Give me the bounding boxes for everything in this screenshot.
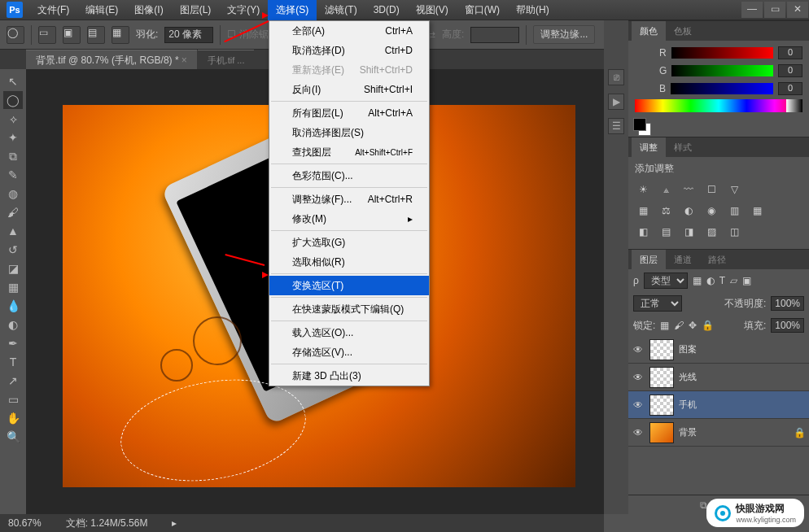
- menu-all-layers[interactable]: 所有图层(L)Alt+Ctrl+A: [269, 103, 429, 123]
- doc-tab-active[interactable]: 背景.tif @ 80.7% (手机, RGB/8) * ×: [26, 50, 197, 69]
- adj-poster-icon[interactable]: ▤: [658, 226, 674, 241]
- tab-layers[interactable]: 图层: [632, 250, 666, 269]
- menu-select[interactable]: 选择(S): [268, 0, 317, 20]
- menu-quick-mask[interactable]: 在快速蒙版模式下编辑(Q): [269, 299, 429, 319]
- menu-3d[interactable]: 3D(D): [365, 0, 408, 20]
- eraser-tool-icon[interactable]: ◪: [3, 259, 23, 277]
- eyedropper-tool-icon[interactable]: ✎: [3, 166, 23, 184]
- visibility-icon[interactable]: 👁: [632, 399, 645, 411]
- tab-styles[interactable]: 样式: [666, 137, 700, 157]
- feather-input[interactable]: [164, 27, 213, 43]
- color-spectrum[interactable]: [635, 99, 802, 112]
- adj-vibrance-icon[interactable]: ▽: [726, 184, 742, 198]
- tab-channels[interactable]: 通道: [666, 250, 700, 269]
- adj-balance-icon[interactable]: ⚖: [658, 205, 674, 220]
- menu-view[interactable]: 视图(V): [408, 0, 457, 20]
- adj-photo-filter-icon[interactable]: ◉: [703, 205, 719, 220]
- menu-edit[interactable]: 编辑(E): [77, 0, 126, 20]
- visibility-icon[interactable]: 👁: [632, 427, 645, 438]
- layer-row[interactable]: 👁 图案: [628, 336, 809, 364]
- menu-modify[interactable]: 修改(M)▸: [269, 209, 429, 229]
- adj-bw-icon[interactable]: ◐: [680, 205, 697, 220]
- layer-name[interactable]: 手机: [679, 399, 697, 411]
- menu-window[interactable]: 窗口(W): [457, 0, 508, 20]
- r-slider[interactable]: [671, 47, 773, 59]
- menu-new-3d-extrusion[interactable]: 新建 3D 凸出(3): [269, 366, 429, 386]
- minimize-button[interactable]: —: [741, 2, 763, 18]
- doc-tab-inactive[interactable]: 手机.tif ...: [198, 50, 255, 69]
- menu-type[interactable]: 文字(Y): [219, 0, 268, 20]
- adj-hue-icon[interactable]: ▦: [635, 205, 651, 220]
- refine-edge-button[interactable]: 调整边缘...: [533, 25, 595, 44]
- menu-transform-selection[interactable]: 变换选区(T): [269, 276, 429, 295]
- layer-thumb[interactable]: [649, 339, 674, 360]
- lasso-tool-icon[interactable]: ⟡: [3, 110, 23, 128]
- filter-smart-icon[interactable]: ▣: [742, 275, 751, 286]
- history-panel-icon[interactable]: ⎚: [608, 69, 624, 85]
- layer-name[interactable]: 背景: [679, 426, 697, 438]
- menu-deselect[interactable]: 取消选择(D)Ctrl+D: [269, 41, 429, 60]
- selection-add-icon[interactable]: ▣: [63, 26, 81, 44]
- blend-mode-select[interactable]: 正常: [633, 295, 682, 312]
- tab-paths[interactable]: 路径: [700, 250, 734, 269]
- visibility-icon[interactable]: 👁: [632, 372, 645, 383]
- menu-image[interactable]: 图像(I): [126, 0, 171, 20]
- properties-panel-icon[interactable]: ☰: [608, 118, 624, 134]
- adj-lookup-icon[interactable]: ▦: [749, 205, 765, 220]
- layer-row[interactable]: 👁 背景 🔒: [628, 419, 809, 447]
- blur-tool-icon[interactable]: 💧: [3, 297, 23, 315]
- adj-invert-icon[interactable]: ◧: [635, 226, 651, 241]
- selection-new-icon[interactable]: ▭: [38, 26, 56, 44]
- menu-refine-edge[interactable]: 调整边缘(F)...Alt+Ctrl+R: [269, 190, 429, 209]
- path-tool-icon[interactable]: ↗: [3, 372, 23, 390]
- menu-inverse[interactable]: 反向(I)Shift+Ctrl+I: [269, 80, 429, 99]
- layer-thumb[interactable]: [649, 422, 674, 443]
- layer-name[interactable]: 光线: [679, 371, 697, 383]
- menu-file[interactable]: 文件(F): [29, 0, 77, 20]
- type-tool-icon[interactable]: T: [3, 353, 23, 371]
- adj-exposure-icon[interactable]: ☐: [703, 184, 719, 198]
- brush-tool-icon[interactable]: 🖌: [3, 203, 23, 221]
- menu-save-selection[interactable]: 存储选区(V)...: [269, 342, 429, 362]
- lock-transparent-icon[interactable]: ▦: [660, 320, 669, 331]
- menu-load-selection[interactable]: 载入选区(O)...: [269, 323, 429, 342]
- selection-subtract-icon[interactable]: ▤: [87, 26, 105, 44]
- lock-all-icon[interactable]: 🔒: [702, 320, 714, 331]
- move-tool-icon[interactable]: ↖: [3, 72, 23, 90]
- maximize-button[interactable]: ▭: [764, 2, 785, 18]
- zoom-tool-icon[interactable]: 🔍: [3, 428, 23, 446]
- layer-row[interactable]: 👁 光线: [628, 364, 809, 391]
- g-slider[interactable]: [671, 65, 773, 76]
- menu-find-layers[interactable]: 查找图层Alt+Shift+Ctrl+F: [269, 142, 429, 162]
- filter-pixel-icon[interactable]: ▦: [693, 275, 702, 286]
- layer-thumb[interactable]: [649, 395, 674, 416]
- wand-tool-icon[interactable]: ✦: [3, 129, 23, 146]
- menu-grow[interactable]: 扩大选取(G): [269, 233, 429, 252]
- adj-levels-icon[interactable]: ⟁: [658, 184, 674, 198]
- menu-layer[interactable]: 图层(L): [172, 0, 220, 20]
- b-value[interactable]: 0: [778, 82, 802, 95]
- selection-intersect-icon[interactable]: ▦: [112, 26, 129, 44]
- actions-panel-icon[interactable]: ▶: [608, 94, 624, 110]
- menu-select-all[interactable]: 全部(A)Ctrl+A: [269, 21, 429, 41]
- marquee-tool-icon[interactable]: ◯: [3, 91, 23, 109]
- heal-tool-icon[interactable]: ◍: [3, 185, 23, 203]
- menu-deselect-layers[interactable]: 取消选择图层(S): [269, 123, 429, 142]
- adj-mixer-icon[interactable]: ▥: [726, 205, 742, 220]
- menu-similar[interactable]: 选取相似(R): [269, 252, 429, 272]
- tab-adjustments[interactable]: 调整: [632, 137, 666, 157]
- tab-color[interactable]: 颜色: [632, 21, 666, 41]
- filter-type-icon[interactable]: T: [719, 275, 725, 286]
- opacity-value[interactable]: 100%: [771, 296, 804, 311]
- tool-preset-icon[interactable]: ◯: [7, 26, 24, 44]
- adj-selective-icon[interactable]: ◫: [726, 226, 742, 241]
- gradient-tool-icon[interactable]: ▦: [3, 278, 23, 296]
- adj-brightness-icon[interactable]: ☀: [635, 184, 651, 198]
- doc-size[interactable]: 文档: 1.24M/5.56M: [66, 517, 148, 530]
- filter-adjust-icon[interactable]: ◐: [706, 275, 715, 286]
- dodge-tool-icon[interactable]: ◐: [3, 316, 23, 334]
- stamp-tool-icon[interactable]: ▲: [3, 222, 23, 240]
- layer-name[interactable]: 图案: [679, 343, 697, 355]
- menu-help[interactable]: 帮助(H): [508, 0, 558, 20]
- r-value[interactable]: 0: [778, 46, 802, 59]
